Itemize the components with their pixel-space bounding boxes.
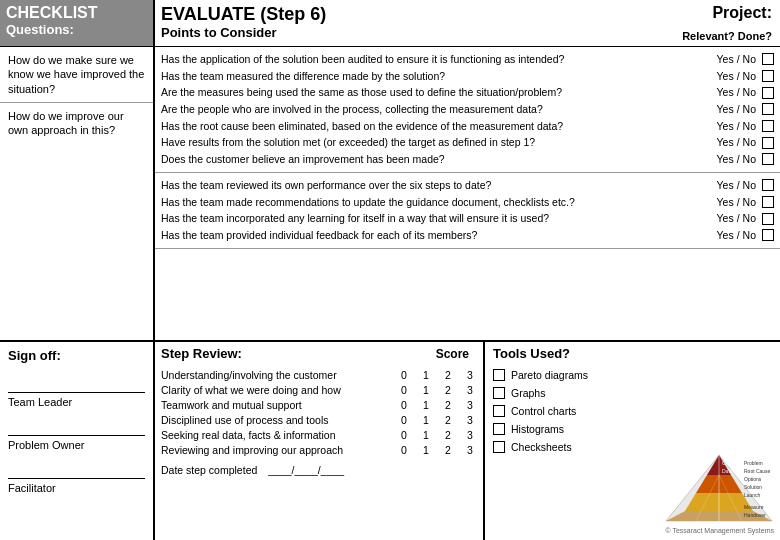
checkbox-1-2[interactable] xyxy=(762,70,774,82)
svg-text:Handover: Handover xyxy=(744,512,766,518)
score-row: Disciplined use of process and tools 0 1… xyxy=(161,414,477,426)
table-row: Are the measures being used the same as … xyxy=(155,84,780,101)
svg-text:Data: Data xyxy=(722,468,733,474)
table-row: Has the application of the solution been… xyxy=(155,51,780,68)
list-item: Histograms xyxy=(493,423,772,435)
step-title: EVALUATE (Step 6) xyxy=(161,4,574,25)
list-item: Control charts xyxy=(493,405,772,417)
graphs-checkbox[interactable] xyxy=(493,387,505,399)
team-leader-block: Team Leader xyxy=(8,375,145,408)
list-item: Graphs xyxy=(493,387,772,399)
score-row: Seeking real data, facts & information 0… xyxy=(161,429,477,441)
score-row: Understanding/involving the customer 0 1… xyxy=(161,369,477,381)
svg-text:Solution: Solution xyxy=(744,484,762,490)
problem-owner-line[interactable] xyxy=(8,418,145,436)
content-spacer xyxy=(155,249,780,340)
checkbox-1-5[interactable] xyxy=(762,120,774,132)
problem-owner-label: Problem Owner xyxy=(8,439,145,451)
checklist-section-1: Has the application of the solution been… xyxy=(155,47,780,173)
pareto-label: Pareto diagrams xyxy=(511,369,588,381)
checklist-area: Has the application of the solution been… xyxy=(155,47,780,340)
tools-area: Tools Used? Pareto diagrams Graphs Contr… xyxy=(485,342,780,540)
tessaract-pyramid-icon: Problem Root Cause Options Solution Laun… xyxy=(664,453,774,523)
bottom-section: Sign off: Team Leader Problem Owner Faci… xyxy=(0,340,780,540)
table-row: Has the team made recommendations to upd… xyxy=(155,194,780,211)
date-value: ____/____/____ xyxy=(268,464,344,476)
checkbox-1-3[interactable] xyxy=(762,87,774,99)
svg-text:Measure: Measure xyxy=(744,504,764,510)
header: CHECKLIST Questions: EVALUATE (Step 6) P… xyxy=(0,0,780,47)
project-label: Project: xyxy=(588,4,772,22)
step-review-title: Step Review: xyxy=(161,346,242,361)
score-row: Teamwork and mutual support 0 1 2 3 xyxy=(161,399,477,411)
table-row: Has the root cause been eliminated, base… xyxy=(155,118,780,135)
list-item: Pareto diagrams xyxy=(493,369,772,381)
svg-text:Problem: Problem xyxy=(744,460,763,466)
sidebar: How do we make sure we know we have impr… xyxy=(0,47,155,340)
header-center: EVALUATE (Step 6) Points to Consider xyxy=(155,0,580,46)
facilitator-block: Facilitator xyxy=(8,461,145,494)
control-charts-label: Control charts xyxy=(511,405,576,417)
checkbox-1-6[interactable] xyxy=(762,137,774,149)
header-right: Project: Relevant? Done? xyxy=(580,0,780,46)
svg-text:Collect: Collect xyxy=(722,460,738,466)
date-label: Date step completed xyxy=(161,464,257,476)
table-row: Has the team provided individual feedbac… xyxy=(155,227,780,244)
pareto-checkbox[interactable] xyxy=(493,369,505,381)
table-row: Has the team reviewed its own performanc… xyxy=(155,177,780,194)
table-row: Has the team measured the difference mad… xyxy=(155,68,780,85)
checksheets-label: Checksheets xyxy=(511,441,572,453)
checkbox-2-1[interactable] xyxy=(762,179,774,191)
histograms-label: Histograms xyxy=(511,423,564,435)
score-row: Clarity of what we were doing and how 0 … xyxy=(161,384,477,396)
checkbox-1-4[interactable] xyxy=(762,103,774,115)
score-row: Reviewing and improving our approach 0 1… xyxy=(161,444,477,456)
right-area: Has the application of the solution been… xyxy=(155,47,780,340)
question-2: How do we improve our own approach in th… xyxy=(0,103,153,144)
header-left: CHECKLIST Questions: xyxy=(0,0,155,46)
svg-text:Launch: Launch xyxy=(744,492,761,498)
checklist-title: CHECKLIST xyxy=(6,4,147,22)
histograms-checkbox[interactable] xyxy=(493,423,505,435)
graphs-label: Graphs xyxy=(511,387,545,399)
checkbox-2-3[interactable] xyxy=(762,213,774,225)
date-row: Date step completed ____/____/____ xyxy=(161,464,477,476)
facilitator-label: Facilitator xyxy=(8,482,145,494)
copyright-label: © Tessaract Management Systems xyxy=(664,527,774,534)
table-row: Has the team incorporated any learning f… xyxy=(155,210,780,227)
table-row: Does the customer believe an improvement… xyxy=(155,151,780,168)
signoff-area: Sign off: Team Leader Problem Owner Faci… xyxy=(0,342,155,540)
svg-text:Root Cause: Root Cause xyxy=(744,468,771,474)
main-content: How do we make sure we know we have impr… xyxy=(0,47,780,340)
checkbox-2-2[interactable] xyxy=(762,196,774,208)
step-review-area: Step Review: Score Understanding/involvi… xyxy=(155,342,485,540)
team-leader-label: Team Leader xyxy=(8,396,145,408)
points-label: Points to Consider xyxy=(161,25,574,40)
questions-label: Questions: xyxy=(6,22,147,37)
control-charts-checkbox[interactable] xyxy=(493,405,505,417)
tessaract-logo: Problem Root Cause Options Solution Laun… xyxy=(664,453,774,534)
checkbox-1-7[interactable] xyxy=(762,153,774,165)
checklist-section-2: Has the team reviewed its own performanc… xyxy=(155,173,780,249)
problem-owner-block: Problem Owner xyxy=(8,418,145,451)
table-row: Have results from the solution met (or e… xyxy=(155,134,780,151)
list-item: Checksheets xyxy=(493,441,772,453)
sidebar-spacer xyxy=(0,143,153,340)
checksheets-checkbox[interactable] xyxy=(493,441,505,453)
question-1: How do we make sure we know we have impr… xyxy=(0,47,153,103)
relevant-done-label: Relevant? Done? xyxy=(588,30,772,42)
signoff-title: Sign off: xyxy=(8,348,145,363)
table-row: Are the people who are involved in the p… xyxy=(155,101,780,118)
facilitator-line[interactable] xyxy=(8,461,145,479)
checkbox-2-4[interactable] xyxy=(762,229,774,241)
team-leader-line[interactable] xyxy=(8,375,145,393)
svg-text:Options: Options xyxy=(744,476,762,482)
tools-title: Tools Used? xyxy=(493,346,772,361)
checkbox-1-1[interactable] xyxy=(762,53,774,65)
score-header-label: Score xyxy=(436,347,469,361)
